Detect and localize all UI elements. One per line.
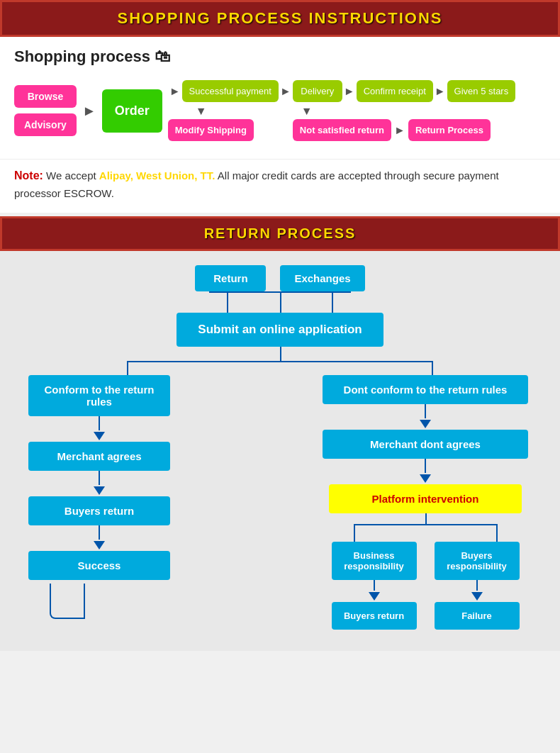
- modify-shipping-box: Modify Shipping: [168, 119, 254, 141]
- sub-left-tri: [369, 592, 380, 601]
- order-box: Order: [102, 89, 162, 133]
- right-arrow-tri-2: [420, 474, 431, 483]
- successful-payment-box: Successful payment: [182, 80, 279, 102]
- given-5-stars-box: Given 5 stars: [447, 80, 516, 102]
- order-node: Order: [102, 89, 162, 133]
- business-responsibility-node: Business responsibility: [332, 542, 417, 580]
- left-arrow-2: [99, 471, 100, 485]
- conform-node: Conform to the return rules: [28, 375, 170, 416]
- top-connector: [174, 291, 386, 313]
- buyers-responsibility-node: Buyers responsibility: [435, 542, 520, 580]
- section-title: Shopping process 🛍: [14, 48, 546, 66]
- main-split-connector: [67, 347, 493, 375]
- sub-col-right: Buyers responsibility Failure: [432, 542, 522, 630]
- sub-right-arrow: [476, 580, 478, 591]
- not-satisfied-box: Not satisfied return: [293, 119, 391, 141]
- confirm-receipt-box: Confirm receipt: [357, 80, 433, 102]
- left-branch: Conform to the return rules Merchant agr…: [21, 375, 177, 619]
- delivery-box: Delivery: [293, 80, 342, 102]
- platform-node: Platform intervention: [329, 484, 522, 513]
- right-arrow-tri-1: [420, 420, 431, 428]
- success-node: Success: [28, 551, 170, 580]
- right-branch: Dont conform to the return rules Merchan…: [312, 375, 539, 630]
- down-arrows-row: ▼ ▼: [168, 105, 515, 118]
- left-arrow-3: [99, 525, 100, 540]
- buyers-return-left-node: Buyers return: [28, 496, 170, 525]
- arrow-to-order: ►: [79, 103, 99, 119]
- dont-conform-node: Dont conform to the return rules: [323, 375, 528, 404]
- sub-branches: Business responsibility Buyers return Bu…: [323, 542, 528, 630]
- header-banner: SHOPPING PROCESS INSTRUCTIONS: [0, 0, 560, 37]
- exchanges-node: Exchanges: [280, 265, 364, 291]
- return-banner: RETURN PROCESS: [0, 216, 560, 251]
- right-arrow-2: [425, 459, 426, 473]
- return-node: Return: [195, 265, 266, 291]
- return-flow-main: Return Exchanges Submit an online applic…: [21, 265, 539, 630]
- left-arrow-tri-2: [94, 486, 105, 495]
- note-section: Note: We accept Alipay, West Union, TT. …: [0, 159, 560, 213]
- left-arrow-1: [99, 416, 100, 430]
- left-arrow-tri-3: [94, 541, 105, 550]
- note-highlighted: Alipay, West Union, TT.: [99, 169, 215, 182]
- buyers-return-right-node: Buyers return: [332, 602, 417, 630]
- platform-split: [323, 513, 528, 542]
- note-paragraph: Note: We accept Alipay, West Union, TT. …: [14, 167, 546, 202]
- left-arrow-tri-1: [94, 432, 105, 440]
- return-process-box: Return Process: [408, 119, 491, 141]
- header-title: SHOPPING PROCESS INSTRUCTIONS: [118, 9, 443, 27]
- merchant-agrees-node: Merchant agrees: [28, 442, 170, 471]
- sub-right-tri: [471, 592, 483, 601]
- advisory-box: Advisory: [14, 113, 77, 136]
- submit-node: Submit an online application: [177, 313, 383, 347]
- failure-node: Failure: [435, 602, 520, 630]
- sub-col-left: Business responsibility Buyers return: [329, 542, 420, 630]
- note-text-before: We accept: [46, 169, 99, 182]
- left-nodes: Browse Advisory: [14, 85, 77, 136]
- right-flow: ► Successful payment ► Delivery ► Confir…: [168, 80, 515, 141]
- shopping-section: Shopping process 🛍 Browse Advisory ► Ord…: [0, 37, 560, 159]
- main-branches: Conform to the return rules Merchant agr…: [21, 375, 539, 630]
- return-banner-title: RETURN PROCESS: [204, 225, 357, 241]
- return-up-arrow: [50, 584, 85, 619]
- top-two-nodes: Return Exchanges: [195, 265, 364, 291]
- sub-left-arrow: [374, 580, 375, 591]
- top-flow-row: ► Successful payment ► Delivery ► Confir…: [168, 80, 515, 102]
- return-section: Return Exchanges Submit an online applic…: [0, 251, 560, 651]
- merchant-dont-node: Merchant dont agrees: [323, 430, 528, 459]
- note-label: Note:: [14, 169, 43, 182]
- browse-box: Browse: [14, 85, 77, 108]
- bottom-flow-row: Modify Shipping Not satisfied return ► R…: [168, 119, 515, 141]
- right-arrow-1: [425, 404, 426, 418]
